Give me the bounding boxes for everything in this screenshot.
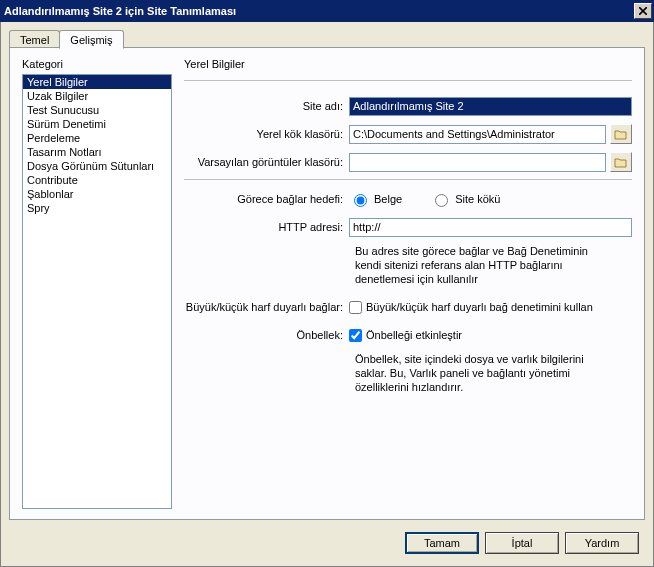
category-item[interactable]: Contribute: [23, 173, 171, 187]
label-default-images: Varsayılan görüntüler klasörü:: [184, 156, 349, 168]
cache-help-text: Önbellek, site içindeki dosya ve varlık …: [355, 352, 615, 394]
close-button[interactable]: [634, 3, 652, 19]
category-item[interactable]: Perdeleme: [23, 131, 171, 145]
close-icon: [639, 7, 647, 15]
http-help-text: Bu adres site görece bağlar ve Bağ Denet…: [355, 244, 615, 286]
site-name-input[interactable]: [349, 97, 632, 116]
checkbox-enable-cache-label[interactable]: Önbelleği etkinleştir: [366, 329, 462, 341]
tabs: Temel Gelişmiş: [9, 28, 123, 48]
divider: [184, 80, 632, 81]
checkbox-case-sensitive-label[interactable]: Büyük/küçük harf duyarlı bağ denetimini …: [366, 301, 593, 313]
label-local-root: Yerel kök klasörü:: [184, 128, 349, 140]
folder-icon: [614, 157, 628, 168]
radio-site-root-label[interactable]: Site kökü: [455, 193, 500, 205]
category-item[interactable]: Test Sunucusu: [23, 103, 171, 117]
panel-heading: Yerel Bilgiler: [184, 58, 632, 70]
category-item[interactable]: Dosya Görünüm Sütunları: [23, 159, 171, 173]
category-heading: Kategori: [22, 58, 172, 70]
label-case-links: Büyük/küçük harf duyarlı bağlar:: [184, 301, 349, 313]
category-item[interactable]: Uzak Bilgiler: [23, 89, 171, 103]
browse-default-images-button[interactable]: [610, 152, 632, 172]
folder-icon: [614, 129, 628, 140]
category-item[interactable]: Sürüm Denetimi: [23, 117, 171, 131]
radio-site-root[interactable]: [435, 194, 448, 207]
label-http-address: HTTP adresi:: [184, 221, 349, 233]
radio-document-label[interactable]: Belge: [374, 193, 402, 205]
tab-basic[interactable]: Temel: [9, 30, 60, 48]
window-title: Adlandırılmamış Site 2 için Site Tanımla…: [4, 5, 236, 17]
http-address-input[interactable]: [349, 218, 632, 237]
browse-local-root-button[interactable]: [610, 124, 632, 144]
help-button[interactable]: Yardım: [565, 532, 639, 554]
tab-advanced[interactable]: Gelişmiş: [59, 30, 123, 49]
ok-button[interactable]: Tamam: [405, 532, 479, 554]
cancel-button[interactable]: İptal: [485, 532, 559, 554]
category-item[interactable]: Şablonlar: [23, 187, 171, 201]
titlebar: Adlandırılmamış Site 2 için Site Tanımla…: [0, 0, 654, 22]
label-site-name: Site adı:: [184, 100, 349, 112]
checkbox-enable-cache[interactable]: [349, 329, 362, 342]
radio-document[interactable]: [354, 194, 367, 207]
divider: [184, 179, 632, 180]
label-relative-links: Görece bağlar hedefi:: [184, 193, 349, 205]
tab-panel: Kategori Yerel Bilgiler Uzak Bilgiler Te…: [9, 47, 645, 520]
label-cache: Önbellek:: [184, 329, 349, 341]
category-item[interactable]: Spry: [23, 201, 171, 215]
category-item[interactable]: Tasarım Notları: [23, 145, 171, 159]
button-row: Tamam İptal Yardım: [405, 532, 639, 554]
checkbox-case-sensitive[interactable]: [349, 301, 362, 314]
default-images-input[interactable]: [349, 153, 606, 172]
local-root-input[interactable]: [349, 125, 606, 144]
category-item[interactable]: Yerel Bilgiler: [23, 75, 171, 89]
category-list[interactable]: Yerel Bilgiler Uzak Bilgiler Test Sunucu…: [22, 74, 172, 509]
window-body: Temel Gelişmiş Kategori Yerel Bilgiler U…: [0, 22, 654, 567]
